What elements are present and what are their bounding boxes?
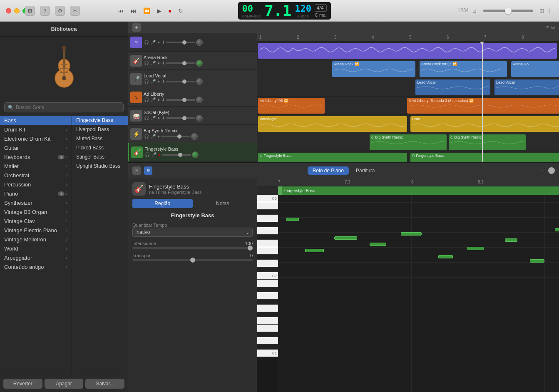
settings-icon[interactable]: ⚙ (55, 6, 65, 16)
piano-key-a2[interactable] (257, 215, 278, 222)
clip[interactable]: 3 Ad Liberty: Tomada 3 (3 to nadas) 🔁 (407, 98, 559, 114)
close-button[interactable] (6, 8, 11, 13)
note-block[interactable] (286, 218, 299, 221)
smart-controls-icon[interactable]: ≋ (545, 25, 549, 30)
library-icon[interactable]: ⊞ (25, 6, 35, 16)
search-input[interactable] (16, 104, 120, 110)
help-icon[interactable]: ? (40, 6, 50, 16)
scissors-icon[interactable]: ✂ (70, 6, 80, 16)
piano-key-c3[interactable]: C3 (257, 195, 278, 202)
record-arm-icon[interactable]: ● (157, 79, 160, 84)
headphones-icon[interactable]: 🎤 (150, 97, 156, 102)
piano-key-c1[interactable]: C1 (257, 350, 278, 357)
record-arm-icon[interactable]: ● (157, 115, 160, 121)
mute-icon[interactable]: 🎧 (144, 40, 149, 45)
sidebar-item-vintage-electric-piano[interactable]: Vintage Electric Piano › (0, 226, 72, 235)
sidebar-item-mallet[interactable]: Mallet › (0, 161, 72, 171)
clip[interactable]: Introdução (258, 116, 407, 132)
tab-piano-roll[interactable]: Rolo de Piano (308, 166, 349, 175)
sidebar-item-bass[interactable]: Bass › (0, 116, 72, 125)
sidebar-item-conteudo-antigo[interactable]: Conteúdo antigo › (0, 262, 72, 271)
note-block[interactable] (505, 238, 517, 242)
clip[interactable]: Arena Ro... (511, 61, 559, 77)
track-volume-knob[interactable] (196, 60, 203, 67)
fast-forward-button[interactable]: ⏭ (129, 7, 138, 15)
sidebar-item-orchestral[interactable]: Orchestral › (0, 171, 72, 180)
piano-key-e1[interactable] (257, 325, 278, 332)
note-block[interactable] (467, 247, 484, 250)
track-volume-slider[interactable] (162, 154, 191, 156)
download-icon[interactable]: ⬇ (161, 115, 165, 121)
piano-key-d2[interactable] (257, 260, 278, 267)
piano-key-eb1[interactable] (257, 332, 278, 337)
mute-icon[interactable]: 🎧 (144, 152, 150, 157)
piano-roll-close-icon[interactable]: ✕ (132, 166, 141, 175)
piano-key-bb1[interactable] (257, 287, 278, 292)
tab-regiao[interactable]: Região (132, 199, 193, 208)
track-volume-knob[interactable] (196, 97, 203, 103)
rewind-button[interactable]: ⏮ (117, 7, 126, 15)
clip[interactable]: Lead Vocal (494, 79, 559, 95)
skip-back-button[interactable]: ⏪ (142, 7, 152, 15)
mute-icon[interactable]: 🎧 (144, 134, 149, 139)
record-arm-icon[interactable]: ● (157, 97, 160, 102)
clip[interactable]: Lead Vocal (415, 79, 490, 95)
piano-key-ab1[interactable] (257, 300, 278, 305)
piano-key-f1[interactable] (257, 317, 278, 325)
waveform-icon[interactable]: ⌇ (548, 7, 551, 14)
note-block[interactable] (305, 249, 324, 252)
piano-key-d1[interactable] (257, 337, 278, 345)
clip[interactable]: ◇ Big Synth Remix (370, 134, 447, 150)
sidebar-item-piano[interactable]: Piano ⊕ › (0, 189, 72, 198)
master-volume-slider[interactable] (483, 10, 533, 12)
instrument-picked-bass[interactable]: Picked Bass (72, 143, 128, 152)
download-icon[interactable]: ⬇ (161, 60, 165, 66)
piano-key-fs1[interactable] (257, 312, 278, 317)
track-view-icon[interactable]: ⊞ (551, 25, 555, 30)
track-volume-knob[interactable] (196, 39, 203, 46)
tab-partitura[interactable]: Partitura (351, 166, 380, 175)
track-volume-knob[interactable] (191, 133, 198, 140)
track-volume-slider[interactable] (166, 81, 195, 82)
piano-key-g1[interactable] (257, 305, 278, 312)
piano-key-eb2[interactable] (257, 255, 278, 260)
mute-icon[interactable]: 🎧 (144, 97, 149, 102)
sidebar-item-vintage-b3[interactable]: Vintage B3 Organ › (0, 207, 72, 216)
expand-icon[interactable]: ↔ (539, 167, 545, 174)
piano-key-g2[interactable] (257, 227, 278, 235)
track-volume-slider[interactable] (161, 136, 190, 137)
note-block[interactable] (555, 228, 559, 231)
piano-key-c2[interactable]: C2 (257, 272, 278, 280)
clip[interactable] (258, 43, 557, 59)
piano-key-ab2[interactable] (257, 222, 278, 227)
sidebar-item-electronic-drum-kit[interactable]: Electronic Drum Kit › (0, 134, 72, 143)
sidebar-item-arpeggiator[interactable]: Arpeggiator › (0, 253, 72, 262)
tab-notas[interactable]: Notas (193, 199, 253, 208)
piano-roll-edit-icon[interactable]: ≋ (144, 166, 152, 175)
instrument-stinger-bass[interactable]: Stinger Bass (72, 152, 128, 161)
score-icon[interactable]: 1234 (457, 7, 469, 14)
sidebar-item-world[interactable]: World › (0, 244, 72, 253)
piano-key-b1[interactable] (257, 280, 278, 287)
headphones-icon[interactable]: 🎤 (151, 152, 157, 157)
sidebar-item-vintage-mellotron[interactable]: Vintage Mellotron › (0, 235, 72, 244)
clip[interactable]: Arena Rock 🔁 (332, 61, 415, 77)
region-bar-handle[interactable] (278, 186, 282, 195)
piano-key-e2[interactable] (257, 247, 278, 255)
track-volume-knob[interactable] (192, 151, 199, 158)
track-volume-slider[interactable] (166, 117, 195, 119)
mute-icon[interactable]: 🎧 (144, 79, 149, 84)
headphones-icon[interactable]: 🎤 (150, 60, 156, 66)
headphones-icon[interactable]: 🎤 (150, 79, 156, 84)
clip[interactable]: Coro (410, 116, 559, 132)
track-volume-slider[interactable] (166, 42, 195, 43)
sidebar-item-vintage-clav[interactable]: Vintage Clav › (0, 216, 72, 226)
record-button[interactable]: ● (166, 7, 173, 15)
track-volume-slider[interactable] (166, 62, 195, 64)
clip[interactable]: ◇ Fingerstyle Bass (410, 153, 559, 162)
track-volume-slider[interactable] (166, 99, 195, 101)
note-block[interactable] (334, 236, 357, 240)
note-block[interactable] (438, 255, 453, 258)
revert-button[interactable]: Reverter (3, 379, 42, 389)
headphones-icon[interactable]: 🎤 (150, 40, 156, 45)
